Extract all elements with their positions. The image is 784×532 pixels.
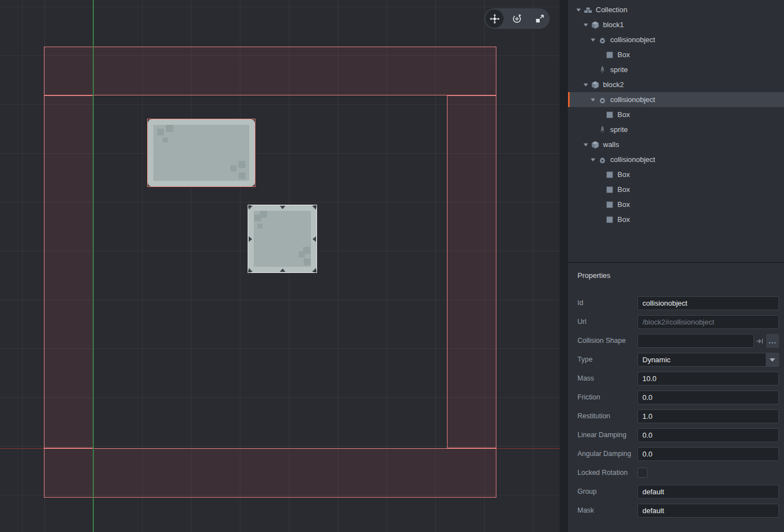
outline-item-box[interactable]: Box	[568, 107, 784, 122]
prop-row-restitution: Restitution	[568, 409, 784, 423]
block2-sprite-selected[interactable]	[248, 205, 317, 273]
resize-handle-bottom-right[interactable]	[312, 268, 316, 272]
id-input[interactable]	[637, 296, 779, 310]
expander-icon[interactable]	[590, 38, 598, 42]
properties-title: Properties	[577, 271, 610, 280]
collision-shape-label: Collision Shape	[577, 334, 626, 348]
outline-item-label: block1	[603, 21, 624, 29]
prop-row-url: Url	[568, 315, 784, 329]
tree-properties-divider	[568, 262, 784, 263]
outline-tree: Collectionblock1collisionobjectBoxsprite…	[568, 0, 784, 227]
panel-divider[interactable]	[560, 0, 568, 532]
outline-item-label: collisionobject	[610, 155, 655, 164]
expander-icon[interactable]	[583, 143, 591, 147]
prop-row-mass: Mass	[568, 372, 784, 386]
move-tool-button[interactable]	[485, 9, 504, 28]
box-shape-icon	[605, 215, 614, 224]
prop-row-type: TypeDynamic	[568, 353, 784, 367]
type-dropdown-value: Dynamic	[638, 356, 766, 364]
resize-handle-top-right[interactable]	[312, 206, 316, 210]
right-panel: Collectionblock1collisionobjectBoxsprite…	[568, 0, 784, 532]
restitution-label: Restitution	[577, 409, 610, 423]
rotate-tool-button[interactable]	[508, 9, 526, 28]
resize-handle-bottom-left[interactable]	[249, 268, 253, 272]
prop-row-locked-rotation: Locked Rotation	[568, 466, 784, 480]
restitution-input[interactable]	[637, 409, 779, 423]
outline-item-label: collisionobject	[610, 36, 655, 44]
sprite-icon	[598, 125, 607, 134]
group-input[interactable]	[637, 485, 779, 499]
prop-row-mask: Mask	[568, 504, 784, 518]
rotate-icon	[511, 13, 522, 24]
outline-item-collisionobject[interactable]: collisionobject	[568, 152, 784, 167]
outline-item-box[interactable]: Box	[568, 182, 784, 197]
outline-item-label: Box	[617, 185, 630, 194]
outline-item-sprite[interactable]: sprite	[568, 62, 784, 77]
outline-item-collisionobject[interactable]: collisionobject	[568, 32, 784, 47]
resize-handle-bottom[interactable]	[280, 268, 285, 272]
angular-damping-input[interactable]	[637, 447, 779, 461]
game-object-icon	[591, 21, 600, 29]
outline-item-block1[interactable]: block1	[568, 17, 784, 32]
collision-object-icon	[598, 155, 607, 164]
scale-tool-button[interactable]	[530, 9, 549, 28]
collision-object-icon	[598, 95, 607, 104]
outline-item-label: Box	[617, 110, 630, 119]
expander-icon[interactable]	[590, 98, 598, 102]
resize-handle-top[interactable]	[280, 206, 285, 209]
url-label: Url	[577, 315, 586, 329]
angular-damping-label: Angular Damping	[577, 447, 631, 461]
dropdown-arrow-button[interactable]	[766, 353, 778, 366]
collection-icon	[584, 6, 592, 14]
group-label: Group	[577, 485, 597, 499]
outline-item-collection[interactable]: Collection	[568, 2, 784, 17]
mass-input[interactable]	[637, 372, 779, 386]
expander-icon[interactable]	[583, 83, 591, 87]
scene-viewport[interactable]	[0, 0, 560, 532]
expander-icon[interactable]	[576, 8, 584, 12]
collision-object-icon	[598, 36, 607, 44]
move-icon	[489, 13, 500, 24]
url-input	[637, 315, 779, 329]
resize-handle-top-left[interactable]	[249, 206, 253, 210]
browse-resource-button[interactable]: ...	[766, 334, 779, 348]
locked-rotation-checkbox[interactable]	[637, 468, 647, 478]
chevron-down-icon	[770, 358, 775, 362]
wall-collision-box-bottom[interactable]	[44, 448, 496, 498]
linear-damping-input[interactable]	[637, 428, 779, 442]
wall-collision-box-top[interactable]	[44, 47, 496, 95]
wall-collision-box-left[interactable]	[44, 95, 94, 448]
outline-item-walls[interactable]: walls	[568, 137, 784, 152]
block1-sprite[interactable]	[147, 119, 255, 187]
open-resource-button[interactable]	[754, 334, 765, 348]
box-shape-icon	[605, 50, 614, 59]
expander-icon[interactable]	[583, 23, 591, 27]
outline-item-label: collisionobject	[610, 95, 655, 104]
resize-handle-left[interactable]	[249, 236, 252, 242]
outline-item-label: walls	[603, 140, 619, 149]
box-shape-icon	[605, 110, 614, 119]
collision-shape-input[interactable]	[637, 334, 754, 348]
friction-input[interactable]	[637, 391, 779, 404]
outline-item-box[interactable]: Box	[568, 47, 784, 62]
outline-item-sprite[interactable]: sprite	[568, 122, 784, 137]
y-axis-line	[93, 0, 94, 532]
mask-input[interactable]	[637, 504, 779, 518]
outline-item-block2[interactable]: block2	[568, 77, 784, 92]
outline-item-label: sprite	[610, 65, 628, 74]
expander-icon[interactable]	[590, 158, 598, 162]
outline-item-box[interactable]: Box	[568, 167, 784, 182]
outline-item-label: Collection	[596, 6, 627, 14]
resize-handle-right[interactable]	[313, 236, 316, 242]
scale-icon	[534, 13, 545, 24]
wall-collision-box-right[interactable]	[447, 95, 496, 448]
outline-item-box[interactable]: Box	[568, 212, 784, 227]
outline-item-box[interactable]: Box	[568, 197, 784, 212]
prop-row-friction: Friction	[568, 391, 784, 404]
outline-item-collisionobject[interactable]: collisionobject	[568, 92, 784, 107]
block2-tile-face	[248, 205, 316, 272]
type-label: Type	[577, 353, 592, 367]
prop-row-collision-shape: Collision Shape...	[568, 334, 784, 348]
friction-label: Friction	[577, 391, 600, 404]
type-dropdown[interactable]: Dynamic	[637, 353, 779, 367]
